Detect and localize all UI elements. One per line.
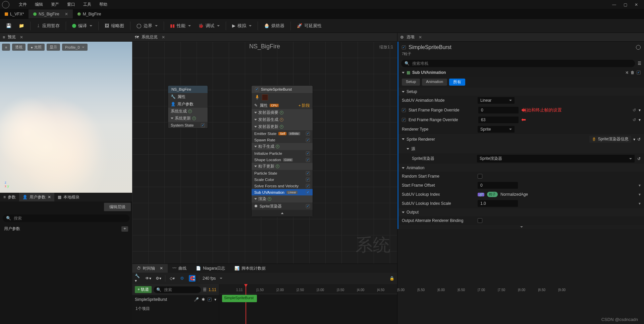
magnet-button[interactable]: 🧲 bbox=[189, 275, 196, 282]
apply-pending-button[interactable]: ⤓应用暂存 bbox=[34, 21, 62, 31]
module-header[interactable]: ▦ Sub UVAnimation ⤨ 🗑 bbox=[398, 68, 644, 77]
close-icon[interactable]: ✕ bbox=[20, 35, 23, 40]
node-row-properties[interactable]: 🔧属性 bbox=[168, 93, 208, 100]
section-system-spawn[interactable]: 系统生成+ bbox=[168, 108, 208, 115]
chevron-down-icon[interactable]: ▾ bbox=[633, 137, 635, 142]
emitter-title[interactable]: SimpleSpriteBurst bbox=[252, 86, 313, 93]
module-enable-check[interactable] bbox=[306, 171, 310, 175]
menu-tools[interactable]: 工具 bbox=[79, 0, 95, 9]
mic-icon[interactable]: 🎤 bbox=[194, 297, 199, 302]
tab-material[interactable]: M_BigFire bbox=[73, 9, 106, 18]
emitter-section[interactable]: 粒子更新+ bbox=[252, 163, 313, 170]
renderer-type-select[interactable]: Sprite bbox=[478, 126, 515, 133]
plus-icon[interactable]: + bbox=[268, 197, 271, 201]
reset-arrow-icon[interactable]: ↺ bbox=[637, 156, 641, 161]
module-row[interactable]: Initialize Particle bbox=[252, 150, 313, 156]
chevron-down-icon[interactable]: ▾ bbox=[214, 297, 216, 302]
tab-niagara-system[interactable]: NS_BigFire ✕ bbox=[29, 9, 72, 18]
trash-icon[interactable]: 🗑 bbox=[631, 70, 635, 75]
show-button[interactable]: 显示 bbox=[47, 44, 60, 51]
tab-level[interactable]: L_VFX* bbox=[0, 9, 29, 18]
reset-arrow-icon[interactable]: ↺ bbox=[633, 118, 636, 122]
reset-arrow-icon[interactable]: ↺ bbox=[637, 137, 641, 142]
gear-dropdown[interactable]: ⚙▾ bbox=[155, 275, 162, 282]
group-source[interactable]: 源 bbox=[398, 144, 644, 153]
module-enable-check[interactable] bbox=[306, 178, 310, 182]
track-enable-check[interactable] bbox=[208, 297, 212, 302]
add-user-param-button[interactable]: + bbox=[121, 226, 128, 232]
chevron-down-icon[interactable]: ▾ bbox=[639, 118, 641, 122]
emitter-enable-check[interactable] bbox=[255, 87, 259, 91]
track-search[interactable]: 🔍 bbox=[154, 286, 201, 293]
system-node[interactable]: NS_BigFire 🔧属性 👤用户参数 系统生成+ 系统更新+ System … bbox=[168, 85, 208, 129]
menu-file[interactable]: 文件 bbox=[15, 0, 31, 9]
emitter-properties-row[interactable]: ✎ 属性 CPU + 阶段 bbox=[252, 102, 313, 109]
emitter-section[interactable]: 发射器摘要+ bbox=[252, 109, 313, 116]
module-row[interactable]: ✱ Sprite渲染器 bbox=[252, 202, 313, 210]
window-minimize-icon[interactable]: — bbox=[612, 2, 616, 7]
module-enable-check[interactable] bbox=[637, 71, 641, 75]
random-start-check[interactable] bbox=[478, 174, 482, 179]
group-output[interactable]: Output bbox=[398, 208, 644, 216]
compile-button[interactable]: 编译 bbox=[69, 21, 95, 31]
thumbnail-button[interactable]: 🖼缩略图 bbox=[102, 21, 127, 31]
plus-icon[interactable]: + bbox=[280, 125, 283, 129]
close-icon[interactable]: ✕ bbox=[48, 195, 51, 199]
plus-icon[interactable]: + bbox=[280, 111, 283, 114]
override-check[interactable] bbox=[402, 108, 406, 112]
system-graph[interactable]: NS_BigFire 缩放1:1 系统 NS_BigFire 🔧属性 👤用户参数… bbox=[132, 42, 397, 264]
burst-icon[interactable]: ✱ bbox=[202, 297, 205, 302]
module-row[interactable]: Sub UVAnimation Linear bbox=[252, 189, 313, 195]
group-setup[interactable]: Setup bbox=[398, 88, 644, 96]
emitter-node[interactable]: SimpleSpriteBurst 🧍 ✎ 属性 CPU + 阶段 发射器摘要+… bbox=[251, 85, 313, 217]
module-row[interactable]: Solve Forces and Velocity bbox=[252, 183, 313, 189]
module-system-state[interactable]: System State bbox=[168, 122, 208, 128]
sprite-renderer-select[interactable]: Sprite渲染器 bbox=[477, 155, 635, 163]
chevron-down-icon[interactable]: ▾ bbox=[639, 192, 641, 197]
start-frame-offset-input[interactable]: 0 bbox=[478, 182, 518, 189]
filter-icon[interactable]: ☰ bbox=[203, 287, 207, 292]
chevron-down-icon[interactable]: ▾ bbox=[639, 108, 641, 112]
module-enable-check[interactable] bbox=[306, 204, 310, 208]
collapse-more-button[interactable] bbox=[398, 225, 644, 229]
tab-animation[interactable]: Animation bbox=[422, 79, 447, 86]
module-enable-check[interactable] bbox=[306, 190, 310, 194]
gear-icon[interactable] bbox=[636, 45, 641, 50]
override-check[interactable] bbox=[402, 118, 406, 122]
fps-label[interactable]: 240 fps bbox=[203, 276, 216, 281]
module-row[interactable]: Scale Color bbox=[252, 176, 313, 183]
module-row[interactable]: Shape Location Cone bbox=[252, 156, 313, 163]
module-enable-check[interactable] bbox=[306, 151, 310, 155]
track-row[interactable]: SimpleSpriteBurst 🎤 ✱ ▾ bbox=[132, 295, 219, 304]
window-close-icon[interactable]: ✕ bbox=[635, 2, 638, 7]
profile-button[interactable]: Profile_0 bbox=[62, 44, 87, 51]
params-search[interactable]: 🔍 bbox=[3, 215, 129, 222]
subuv-mode-select[interactable]: Linear bbox=[478, 97, 515, 104]
plus-icon[interactable]: + 阶段 bbox=[299, 103, 310, 108]
group-sprite-renderer[interactable]: Sprite Renderer 🛢Sprite渲染器信息 ▾ ↺ bbox=[398, 134, 644, 144]
start-frame-input[interactable]: 0 bbox=[478, 107, 519, 113]
chevron-down-icon[interactable]: ▾ bbox=[639, 183, 641, 188]
collapse-emitter-button[interactable] bbox=[252, 210, 313, 217]
window-maximize-icon[interactable]: ▢ bbox=[624, 2, 627, 7]
sprite-renderer-info-button[interactable]: 🛢Sprite渲染器信息 bbox=[589, 136, 631, 143]
shuffle-icon[interactable]: ⤨ bbox=[625, 70, 629, 75]
emitter-section[interactable]: 发射器更新+ bbox=[252, 123, 313, 130]
track-search-input[interactable] bbox=[163, 287, 198, 292]
tab-setup[interactable]: Setup bbox=[402, 79, 420, 86]
emitter-section[interactable]: 渲染+ bbox=[252, 195, 313, 202]
section-system-update[interactable]: 系统更新+ bbox=[168, 115, 208, 122]
plus-icon[interactable]: + bbox=[192, 117, 196, 120]
params-search-input[interactable] bbox=[13, 216, 126, 221]
wrench-dropdown[interactable]: 🔧▾ bbox=[135, 275, 142, 282]
details-search[interactable]: 🔍 bbox=[401, 60, 635, 67]
preview-viewport[interactable]: ≡ 透视 ●光照 显示 Profile_0 z x y bbox=[0, 42, 132, 193]
plus-icon[interactable]: + bbox=[280, 118, 283, 122]
reset-arrow-icon[interactable]: ↺ bbox=[633, 108, 636, 112]
module-row[interactable]: Emitter State Self Infinite bbox=[252, 130, 313, 137]
save-button[interactable]: 💾 bbox=[3, 21, 14, 30]
tab-local-modules[interactable]: ▦本地模块 bbox=[54, 193, 83, 201]
tab-close-icon[interactable]: ✕ bbox=[65, 12, 68, 16]
close-icon[interactable]: ✕ bbox=[162, 35, 165, 40]
tab-script-stats[interactable]: 📊脚本统计数据 bbox=[230, 264, 270, 273]
